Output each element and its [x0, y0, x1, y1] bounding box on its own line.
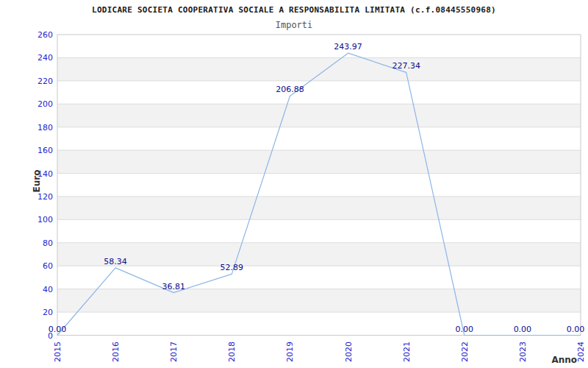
- point-label: 0.00: [567, 325, 585, 334]
- x-tick-label: 2022: [460, 342, 470, 362]
- x-tick-label: 2023: [518, 342, 528, 362]
- y-tick-label: 200: [37, 99, 53, 109]
- x-tick-label: 2017: [169, 342, 179, 362]
- point-label: 0.00: [49, 325, 67, 334]
- y-axis-title: Euro: [32, 170, 42, 193]
- y-tick-label: 60: [43, 261, 53, 271]
- plot-band: [57, 150, 581, 173]
- plot-band: [57, 57, 581, 80]
- plot-band: [57, 289, 581, 312]
- y-tick-label: 180: [37, 123, 53, 132]
- plot-band: [57, 104, 581, 127]
- point-label: 0.00: [514, 325, 532, 334]
- point-label: 0.00: [456, 325, 474, 334]
- point-label: 58.34: [104, 257, 127, 266]
- y-tick-label: 80: [43, 238, 53, 248]
- y-tick-label: 120: [37, 192, 53, 202]
- point-label: 206.88: [276, 85, 304, 94]
- x-tick-label: 2015: [53, 342, 62, 362]
- plot-band: [57, 197, 581, 219]
- y-tick-label: 220: [37, 77, 53, 86]
- chart-canvas: LODICARE SOCIETA COOPERATIVA SOCIALE A R…: [0, 0, 588, 368]
- x-tick-label: 2024: [576, 342, 586, 362]
- y-tick-label: 20: [43, 308, 53, 317]
- x-tick-label: 2021: [402, 342, 412, 362]
- y-tick-label: 40: [43, 285, 53, 294]
- point-label: 227.34: [392, 61, 420, 71]
- point-label: 243.97: [334, 42, 362, 52]
- y-tick-label: 260: [37, 30, 53, 40]
- x-tick-label: 2016: [111, 342, 121, 362]
- x-tick-label: 2019: [285, 342, 295, 362]
- y-tick-label: 100: [37, 215, 53, 224]
- x-axis-title: Anno: [551, 355, 577, 365]
- point-label: 36.81: [162, 282, 185, 291]
- y-tick-label: 160: [37, 146, 53, 155]
- point-label: 52.89: [220, 263, 244, 272]
- line-chart: 0204060801001201401601802002202402602015…: [0, 0, 588, 368]
- x-tick-label: 2020: [344, 342, 354, 362]
- x-tick-label: 2018: [227, 342, 237, 362]
- y-tick-label: 240: [37, 53, 53, 63]
- plot-band: [57, 243, 581, 266]
